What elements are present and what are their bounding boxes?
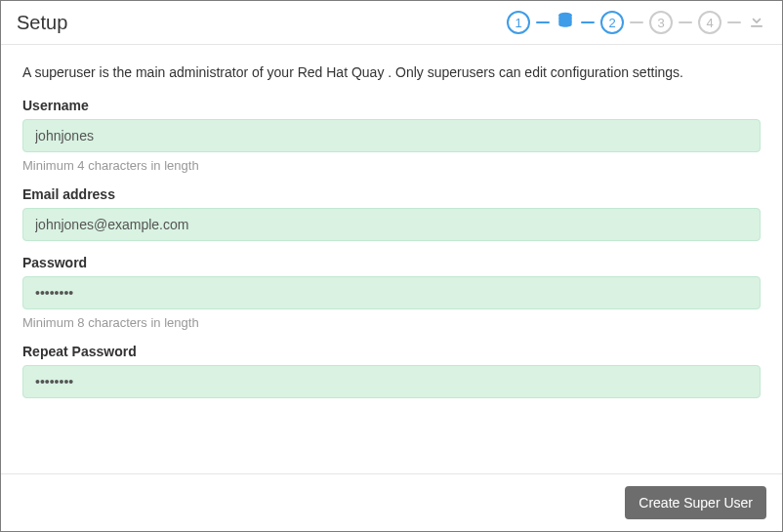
password-label: Password <box>22 255 761 270</box>
step-1[interactable]: 1 <box>507 11 530 34</box>
password-input[interactable] <box>22 276 761 309</box>
step-dash <box>630 21 643 23</box>
modal-body: A superuser is the main administrator of… <box>1 45 782 473</box>
step-2[interactable]: 2 <box>600 11 624 34</box>
username-help: Minimum 4 characters in length <box>22 158 761 173</box>
email-input[interactable] <box>22 208 761 241</box>
modal-footer: Create Super User <box>1 473 782 531</box>
username-field-group: Username Minimum 4 characters in length <box>22 98 761 173</box>
password-help: Minimum 8 characters in length <box>22 315 761 330</box>
username-label: Username <box>22 98 761 113</box>
step-dash <box>679 21 692 23</box>
password-field-group: Password Minimum 8 characters in length <box>22 255 761 330</box>
repeat-password-label: Repeat Password <box>22 344 761 359</box>
step-3: 3 <box>649 11 673 34</box>
step-dash <box>727 21 741 23</box>
modal-title: Setup <box>17 12 67 34</box>
username-input[interactable] <box>22 119 761 152</box>
step-dash <box>536 21 550 23</box>
modal-header: Setup 1 2 3 4 <box>1 1 782 45</box>
create-super-user-button[interactable]: Create Super User <box>625 486 766 519</box>
repeat-password-field-group: Repeat Password <box>22 344 761 398</box>
intro-text: A superuser is the main administrator of… <box>22 64 761 80</box>
step-dash <box>581 21 595 23</box>
email-label: Email address <box>22 186 761 202</box>
database-icon[interactable] <box>556 11 575 34</box>
repeat-password-input[interactable] <box>22 365 761 398</box>
email-field-group: Email address <box>22 186 761 241</box>
setup-modal: Setup 1 2 3 4 A superuser is the main ad… <box>0 0 783 532</box>
step-4: 4 <box>698 11 721 34</box>
setup-stepper: 1 2 3 4 <box>507 11 766 34</box>
download-icon <box>747 11 766 34</box>
